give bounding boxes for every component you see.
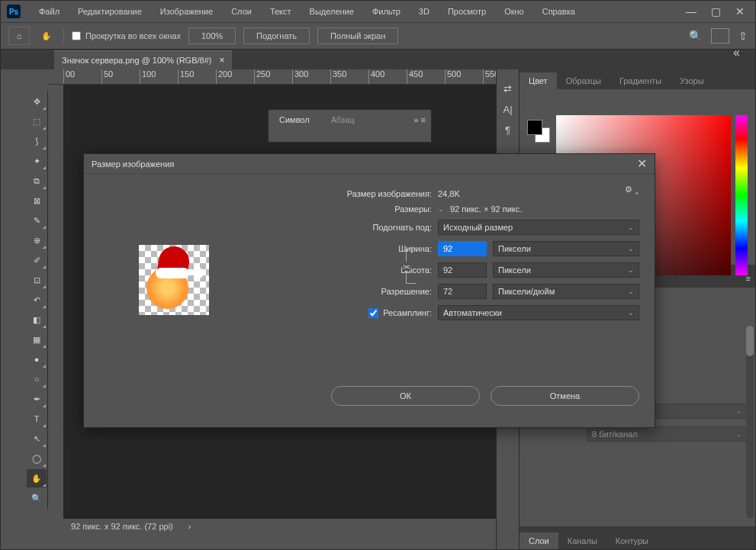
- foreground-color-swatch[interactable]: [527, 120, 542, 135]
- path-select-tool[interactable]: ↖: [27, 429, 47, 448]
- tab-channels[interactable]: Каналы: [558, 532, 606, 549]
- document-tab-bar: Значок сервера.png @ 100% (RGB/8#) ×: [1, 50, 755, 69]
- tab-color[interactable]: Цвет: [520, 72, 557, 89]
- character-icon[interactable]: A|: [503, 104, 512, 115]
- hand-tool-icon: ✋: [37, 27, 56, 45]
- toolbox: ✥ ⬚ ⟆ ✦ ⧉ ⊠ ✎ ⊕ ✐ ⊡ ↶ ◧ ▦ ● ○ ✒ T ↖ ◯ ✋ …: [25, 91, 48, 509]
- app-logo: Ps: [7, 5, 21, 18]
- tab-paragraph[interactable]: Абзац: [320, 110, 365, 142]
- height-unit-select[interactable]: Пиксели⌄: [493, 262, 639, 278]
- hand-tool[interactable]: ✋: [27, 469, 47, 487]
- image-size-dialog: Размер изображения ✕ ⚙ ˬ Размер изображе…: [83, 153, 655, 428]
- share-icon[interactable]: ⇧: [738, 30, 748, 42]
- shape-tool[interactable]: ◯: [27, 449, 47, 468]
- frame-tool[interactable]: ⊠: [27, 191, 47, 210]
- minimize-button[interactable]: —: [682, 5, 700, 18]
- width-unit-select[interactable]: Пиксели⌄: [493, 241, 639, 256]
- resample-label: Ресамплинг:: [383, 308, 432, 317]
- status-chevron-icon[interactable]: ›: [188, 522, 191, 531]
- screen-mode-icon[interactable]: [711, 28, 729, 43]
- dialog-title-text: Размер изображения: [92, 159, 174, 169]
- menu-help[interactable]: Справка: [535, 4, 583, 19]
- collapse-panels-icon[interactable]: «: [733, 46, 740, 60]
- hue-slider[interactable]: [735, 115, 748, 275]
- height-input[interactable]: [438, 262, 487, 278]
- brush-tool[interactable]: ✐: [27, 251, 47, 269]
- gradient-tool[interactable]: ▦: [27, 330, 47, 349]
- pen-tool[interactable]: ✒: [27, 390, 47, 408]
- resolution-input[interactable]: [438, 284, 487, 299]
- eraser-tool[interactable]: ◧: [27, 310, 47, 329]
- home-icon[interactable]: ⌂: [8, 27, 30, 45]
- panel-collapse-icon[interactable]: » ≡: [408, 110, 431, 142]
- blur-tool[interactable]: ●: [27, 350, 47, 368]
- scroll-all-label: Прокрутка во всех окнах: [85, 31, 181, 40]
- menu-image[interactable]: Изображение: [153, 4, 220, 19]
- full-screen-button[interactable]: Полный экран: [317, 27, 398, 44]
- dialog-titlebar[interactable]: Размер изображения ✕: [84, 154, 655, 174]
- search-icon[interactable]: 🔍: [689, 30, 702, 42]
- fit-to-select[interactable]: Исходный размер⌄: [438, 220, 639, 235]
- zoom-100-button[interactable]: 100%: [188, 27, 236, 44]
- layers-panel-tabs: Слои Каналы Контуры: [520, 526, 755, 549]
- document-tab-close[interactable]: ×: [219, 55, 224, 66]
- scroll-all-windows-checkbox[interactable]: Прокрутка во всех окнах: [72, 31, 181, 40]
- resolution-label: Разрешение:: [264, 287, 432, 296]
- menu-filter[interactable]: Фильтр: [365, 4, 408, 19]
- dimensions-dropdown[interactable]: ⌄: [438, 205, 444, 213]
- dodge-tool[interactable]: ○: [27, 370, 47, 388]
- maximize-button[interactable]: ▢: [706, 5, 725, 18]
- history-icon[interactable]: ⇄: [503, 83, 512, 95]
- lasso-tool[interactable]: ⟆: [27, 132, 47, 150]
- resample-checkbox[interactable]: [368, 308, 378, 318]
- ruler-vertical: [48, 85, 63, 534]
- tab-paths[interactable]: Контуры: [606, 532, 658, 549]
- tab-gradients[interactable]: Градиенты: [610, 72, 671, 89]
- type-tool[interactable]: T: [27, 410, 47, 428]
- zoom-tool[interactable]: 🔍: [27, 489, 47, 507]
- tab-layers[interactable]: Слои: [520, 532, 558, 549]
- menu-edit[interactable]: Редактирование: [70, 4, 150, 19]
- history-brush-tool[interactable]: ↶: [27, 291, 47, 309]
- quick-select-tool[interactable]: ✦: [27, 152, 47, 170]
- fit-screen-button[interactable]: Подогнать: [243, 27, 310, 44]
- crop-tool[interactable]: ⧉: [27, 172, 47, 190]
- prop-depth-select[interactable]: 8 бит/канал⌄: [587, 426, 748, 442]
- link-dimensions-icon[interactable]: ⫘: [406, 249, 417, 284]
- menu-view[interactable]: Просмотр: [440, 4, 494, 19]
- ok-button[interactable]: ОК: [331, 386, 480, 406]
- tab-character[interactable]: Символ: [269, 110, 320, 142]
- marquee-tool[interactable]: ⬚: [27, 112, 47, 130]
- image-size-value: 24,8K: [438, 189, 460, 198]
- width-input[interactable]: [438, 241, 487, 256]
- menu-layers[interactable]: Слои: [224, 4, 259, 19]
- eyedropper-tool[interactable]: ✎: [27, 211, 47, 230]
- close-button[interactable]: ✕: [731, 5, 749, 18]
- paragraph-icon[interactable]: ¶: [505, 124, 510, 136]
- dimensions-value: 92 пикс. × 92 пикс.: [450, 204, 522, 214]
- image-size-label: Размер изображения:: [264, 189, 432, 198]
- menu-select[interactable]: Выделение: [302, 4, 362, 19]
- character-panel[interactable]: Символ Абзац » ≡: [268, 109, 432, 143]
- resolution-unit-select[interactable]: Пиксели/дюйм⌄: [493, 284, 639, 299]
- color-panel-tabs: Цвет Образцы Градиенты Узоры: [520, 69, 755, 89]
- move-tool[interactable]: ✥: [27, 92, 47, 111]
- status-info: 92 пикс. x 92 пикс. (72 ppi): [71, 522, 173, 531]
- cancel-button[interactable]: Отмена: [491, 386, 639, 406]
- tab-swatches[interactable]: Образцы: [557, 72, 610, 89]
- gear-icon[interactable]: ⚙ ˬ: [625, 185, 639, 195]
- scroll-all-checkbox-input[interactable]: [72, 31, 81, 40]
- menu-file[interactable]: Файл: [31, 4, 67, 19]
- dialog-preview: [99, 189, 249, 371]
- document-tab[interactable]: Значок сервера.png @ 100% (RGB/8#) ×: [54, 50, 232, 69]
- scrollbar[interactable]: [746, 326, 754, 519]
- tab-patterns[interactable]: Узоры: [671, 72, 713, 89]
- menu-type[interactable]: Текст: [262, 4, 299, 19]
- dialog-close-button[interactable]: ✕: [637, 156, 647, 171]
- menu-window[interactable]: Окно: [497, 4, 532, 19]
- healing-tool[interactable]: ⊕: [27, 231, 47, 249]
- stamp-tool[interactable]: ⊡: [27, 271, 47, 289]
- fit-to-label: Подогнать под:: [264, 223, 432, 232]
- menu-3d[interactable]: 3D: [411, 4, 437, 19]
- resample-select[interactable]: Автоматически⌄: [438, 305, 639, 320]
